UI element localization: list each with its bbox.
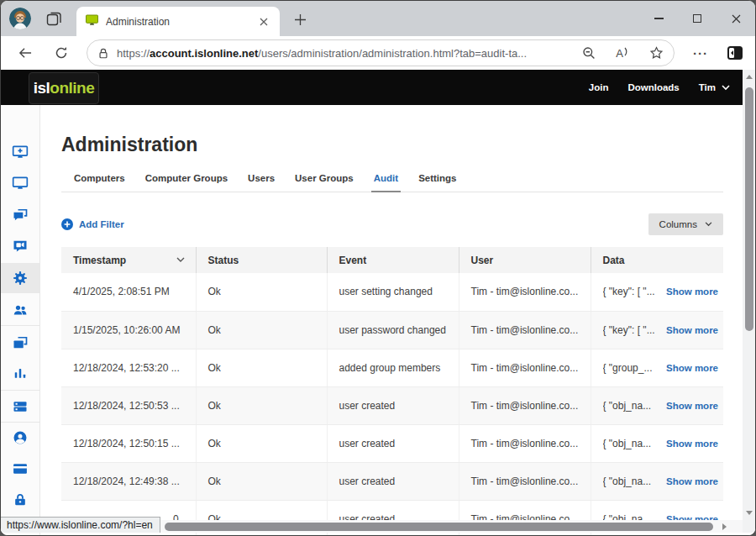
show-more-link[interactable]: Show more	[666, 476, 718, 486]
refresh-icon	[55, 46, 68, 60]
column-header-user[interactable]: User	[459, 247, 591, 273]
video-chat-icon	[12, 238, 29, 255]
sidebar-item-modules[interactable]	[1, 391, 39, 422]
read-aloud-icon[interactable]: A	[616, 47, 629, 60]
url-path: /users/administration/administration.htm…	[258, 47, 527, 60]
data-fragment: { "group_...	[603, 362, 653, 374]
sidebar-item-computers[interactable]	[1, 168, 39, 198]
data-cell: { "obj_na...Show more	[591, 462, 723, 500]
sidebar-item-sessions[interactable]	[1, 328, 39, 358]
tab-audit[interactable]: Audit	[371, 173, 401, 192]
sidebar-item-administration[interactable]	[1, 263, 39, 293]
maximize-button[interactable]	[678, 1, 717, 36]
page-content: Administration Computers Computer Groups…	[40, 105, 755, 535]
event-cell: user created	[327, 424, 459, 462]
browser-tab-administration[interactable]: Administration	[76, 7, 280, 36]
scroll-right-arrow-icon[interactable]	[722, 523, 727, 530]
data-cell: { "group_...Show more	[591, 349, 723, 386]
sidebar-item-security[interactable]	[1, 485, 39, 515]
status-cell: Ok	[196, 386, 327, 424]
nav-link-downloads[interactable]: Downloads	[627, 82, 679, 92]
arrow-left-icon	[18, 47, 32, 59]
scroll-up-arrow-icon[interactable]	[746, 75, 753, 79]
profile-avatar[interactable]	[9, 8, 31, 29]
column-header-data[interactable]: Data	[591, 247, 723, 273]
show-more-link[interactable]: Show more	[666, 286, 718, 297]
avatar-image	[9, 8, 31, 29]
close-icon	[732, 14, 741, 24]
horizontal-scrollbar-thumb[interactable]	[165, 523, 713, 531]
more-menu-icon[interactable]: ···	[693, 46, 708, 60]
sidebar-item-users[interactable]	[1, 295, 39, 325]
plus-circle-icon	[61, 218, 73, 230]
column-header-event[interactable]: Event	[327, 247, 459, 273]
sort-chevron-icon	[176, 257, 185, 263]
data-fragment: { "key": [ "...	[603, 286, 655, 297]
vertical-scrollbar[interactable]	[743, 70, 755, 520]
show-more-link[interactable]: Show more	[666, 363, 718, 373]
timestamp-cell: 12/18/2024, 12:53:20 ...	[61, 349, 196, 386]
data-fragment: { "obj_na...	[603, 438, 652, 449]
nav-link-join[interactable]: Join	[589, 82, 609, 92]
tab-users[interactable]: Users	[245, 173, 277, 192]
timestamp-cell: 12/18/2024, 12:50:53 ...	[61, 386, 196, 424]
modules-icon	[12, 398, 29, 415]
columns-button[interactable]: Columns	[648, 213, 723, 235]
address-bar[interactable]: https://account.islonline.net/users/admi…	[87, 39, 675, 66]
show-more-link[interactable]: Show more	[666, 325, 718, 335]
refresh-button[interactable]	[55, 45, 68, 60]
sidebar-item-video-chat[interactable]	[1, 231, 39, 261]
sidebar-item-account[interactable]	[1, 423, 39, 453]
add-filter-button[interactable]: Add Filter	[61, 218, 124, 230]
page-title: Administration	[61, 134, 755, 156]
sidebar-item-reports[interactable]	[1, 358, 39, 388]
timestamp-cell: 12/18/2024, 12:50:15 ...	[61, 424, 196, 462]
event-cell: user setting changed	[327, 273, 459, 311]
scroll-down-arrow-icon[interactable]	[746, 511, 753, 515]
lock-icon[interactable]	[97, 47, 109, 60]
minimize-icon	[654, 18, 664, 19]
status-cell: Ok	[196, 311, 327, 349]
sidebar-item-connect[interactable]	[1, 137, 39, 167]
minimize-button[interactable]	[639, 1, 678, 36]
table-row: 1/15/2025, 10:26:00 AM Ok user password …	[61, 311, 723, 349]
tab-computer-groups[interactable]: Computer Groups	[143, 173, 230, 192]
show-more-link[interactable]: Show more	[666, 439, 718, 449]
url-domain: account.islonline.net	[150, 47, 258, 60]
event-cell: user created	[327, 462, 459, 500]
tab-settings[interactable]: Settings	[416, 173, 459, 192]
table-row: 12/18/2024, 12:50:53 ... Ok user created…	[61, 386, 723, 424]
logo-isl: isl	[34, 79, 50, 97]
credit-card-icon	[12, 460, 29, 477]
new-tab-button[interactable]	[290, 9, 310, 29]
islonline-favicon-icon	[85, 13, 99, 30]
vertical-scrollbar-thumb[interactable]	[745, 87, 753, 331]
chevron-down-icon	[722, 85, 730, 91]
table-row: 12/18/2024, 12:50:15 ... Ok user created…	[61, 424, 723, 462]
user-cell: Tim - tim@islonline.co...	[459, 462, 591, 500]
user-menu[interactable]: Tim	[699, 82, 730, 92]
zoom-out-icon[interactable]	[582, 46, 596, 60]
column-header-status[interactable]: Status	[196, 247, 327, 273]
browser-tab-strip: Administration	[1, 1, 755, 36]
tab-computers[interactable]: Computers	[71, 173, 128, 192]
column-header-timestamp[interactable]: Timestamp	[61, 247, 196, 273]
sidebar-panel-icon[interactable]	[727, 45, 743, 61]
table-header-row: Timestamp Status Event User Data	[61, 247, 723, 273]
add-filter-label: Add Filter	[79, 219, 124, 229]
plus-icon	[295, 14, 306, 25]
gear-icon	[12, 270, 29, 286]
sidebar-item-billing[interactable]	[1, 454, 39, 484]
user-cell: Tim - tim@islonline.co...	[459, 311, 591, 349]
tab-close-icon[interactable]	[256, 14, 271, 29]
back-button[interactable]	[18, 45, 32, 60]
tab-title: Administration	[106, 16, 256, 28]
sidebar-item-chat[interactable]	[1, 200, 39, 230]
admin-tabs: Computers Computer Groups Users User Gro…	[61, 173, 723, 192]
tab-user-groups[interactable]: User Groups	[292, 173, 356, 192]
close-button[interactable]	[717, 1, 755, 36]
show-more-link[interactable]: Show more	[666, 401, 718, 411]
islonline-logo[interactable]: islonline	[29, 72, 99, 104]
workspaces-icon[interactable]	[46, 11, 62, 27]
favorites-star-icon[interactable]	[649, 46, 664, 60]
